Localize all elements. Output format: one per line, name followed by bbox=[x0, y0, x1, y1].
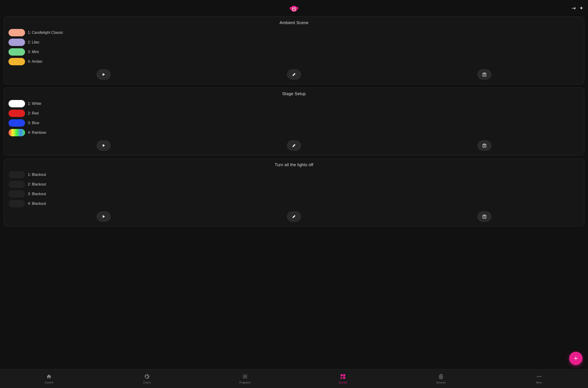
color-row: 2: Red bbox=[8, 110, 580, 117]
color-row: 4: Blackout bbox=[8, 200, 580, 207]
bottom-nav: ControlColorsProgramsScenesDevicesMore bbox=[0, 369, 588, 388]
delete-scene-button[interactable] bbox=[477, 70, 491, 79]
color-row: 2: Blackout bbox=[8, 181, 580, 188]
devices-icon bbox=[438, 374, 444, 380]
scene-action-row bbox=[8, 141, 580, 150]
play-scene-button[interactable] bbox=[97, 212, 111, 221]
color-label: 2: Blackout bbox=[28, 182, 46, 186]
scene-action-row bbox=[8, 70, 580, 79]
color-label: 2: Red bbox=[28, 111, 39, 115]
color-swatch bbox=[8, 110, 25, 117]
svg-point-39 bbox=[539, 376, 540, 377]
color-label: 3: Mint bbox=[28, 50, 39, 54]
svg-rect-34 bbox=[343, 374, 345, 376]
svg-rect-31 bbox=[243, 376, 247, 377]
svg-rect-17 bbox=[483, 144, 486, 147]
edit-scene-button[interactable] bbox=[287, 141, 301, 150]
svg-rect-22 bbox=[483, 215, 486, 218]
delete-scene-button[interactable] bbox=[477, 141, 491, 150]
color-row: 2: Lilac bbox=[8, 39, 580, 46]
nav-item-scenes[interactable]: Scenes bbox=[294, 369, 392, 388]
color-row: 4: Amber bbox=[8, 58, 580, 65]
login-icon[interactable]: ⇥ bbox=[571, 5, 576, 11]
nav-item-devices[interactable]: Devices bbox=[392, 369, 490, 388]
color-row: 1: Candlelight Classic bbox=[8, 29, 580, 36]
app-logo bbox=[289, 3, 299, 14]
svg-rect-32 bbox=[243, 378, 247, 378]
svg-point-8 bbox=[293, 8, 293, 8]
svg-point-4 bbox=[296, 7, 298, 9]
scene-title-stage: Stage Setup bbox=[8, 92, 580, 96]
svg-rect-37 bbox=[440, 374, 442, 377]
programs-icon bbox=[242, 374, 248, 380]
color-row: 1: Blackout bbox=[8, 171, 580, 178]
color-swatch bbox=[8, 190, 25, 198]
nav-item-more[interactable]: More bbox=[490, 369, 588, 388]
scene-title-blackout: Turn all the lights off bbox=[8, 163, 580, 167]
control-icon bbox=[46, 374, 52, 380]
svg-rect-12 bbox=[483, 73, 486, 76]
svg-rect-36 bbox=[343, 377, 345, 379]
color-label: 1: Blackout bbox=[28, 173, 46, 177]
svg-point-27 bbox=[147, 375, 148, 376]
scenes-list: Ambient Scene1: Candlelight Classic2: Li… bbox=[0, 17, 588, 369]
svg-marker-21 bbox=[103, 215, 105, 218]
svg-marker-16 bbox=[103, 144, 105, 147]
nav-label-more: More bbox=[536, 381, 542, 384]
color-swatch bbox=[8, 100, 25, 107]
more-icon bbox=[536, 374, 542, 380]
color-row: 3: Blue bbox=[8, 119, 580, 127]
color-swatch bbox=[8, 48, 25, 56]
scene-card-blackout: Turn all the lights off1: Blackout2: Bla… bbox=[4, 159, 584, 226]
nav-label-programs: Programs bbox=[239, 381, 250, 384]
color-swatch bbox=[8, 39, 25, 46]
scene-card-ambient: Ambient Scene1: Candlelight Classic2: Li… bbox=[4, 17, 584, 84]
scene-title-ambient: Ambient Scene bbox=[8, 21, 580, 25]
svg-point-40 bbox=[540, 376, 541, 377]
color-row: 3: Blackout bbox=[8, 190, 580, 198]
color-label: 1: Candlelight Classic bbox=[28, 31, 63, 35]
color-swatch bbox=[8, 29, 25, 36]
bluetooth-icon[interactable]: ✦ bbox=[579, 5, 583, 11]
color-label: 3: Blackout bbox=[28, 192, 46, 196]
color-label: 4: Rainbow bbox=[28, 131, 46, 135]
svg-rect-30 bbox=[243, 375, 247, 375]
color-row: 4: Rainbow bbox=[8, 129, 580, 136]
edit-scene-button[interactable] bbox=[287, 70, 301, 79]
svg-rect-33 bbox=[341, 374, 343, 376]
svg-point-3 bbox=[290, 7, 292, 9]
scenes-icon bbox=[340, 374, 346, 380]
color-row: 3: Mint bbox=[8, 48, 580, 56]
svg-marker-35 bbox=[341, 377, 343, 379]
play-scene-button[interactable] bbox=[97, 141, 111, 150]
color-label: 2: Lilac bbox=[28, 40, 40, 44]
nav-label-control: Control bbox=[45, 381, 53, 384]
nav-label-colors: Colors bbox=[143, 381, 151, 384]
color-row: 1: White bbox=[8, 100, 580, 107]
color-label: 4: Amber bbox=[28, 60, 43, 64]
scene-action-row bbox=[8, 212, 580, 221]
colors-icon bbox=[144, 374, 150, 380]
nav-item-control[interactable]: Control bbox=[0, 369, 98, 388]
color-label: 1: White bbox=[28, 102, 41, 106]
color-label: 3: Blue bbox=[28, 121, 39, 125]
color-swatch bbox=[8, 200, 25, 207]
color-label: 4: Blackout bbox=[28, 202, 46, 206]
nav-item-colors[interactable]: Colors bbox=[98, 369, 196, 388]
svg-point-10 bbox=[293, 9, 295, 10]
color-swatch bbox=[8, 181, 25, 188]
svg-marker-11 bbox=[103, 73, 105, 76]
header: ⇥ ✦ bbox=[0, 0, 588, 17]
play-scene-button[interactable] bbox=[97, 70, 111, 79]
svg-point-9 bbox=[295, 8, 296, 8]
color-swatch bbox=[8, 58, 25, 65]
header-actions: ⇥ ✦ bbox=[571, 5, 583, 11]
edit-scene-button[interactable] bbox=[287, 212, 301, 221]
svg-point-38 bbox=[537, 376, 538, 377]
color-swatch bbox=[8, 129, 25, 136]
delete-scene-button[interactable] bbox=[477, 212, 491, 221]
scene-card-stage: Stage Setup1: White2: Red3: Blue4: Rainb… bbox=[4, 88, 584, 155]
add-scene-button[interactable]: + bbox=[569, 352, 583, 365]
nav-label-scenes: Scenes bbox=[339, 381, 347, 384]
nav-item-programs[interactable]: Programs bbox=[196, 369, 294, 388]
